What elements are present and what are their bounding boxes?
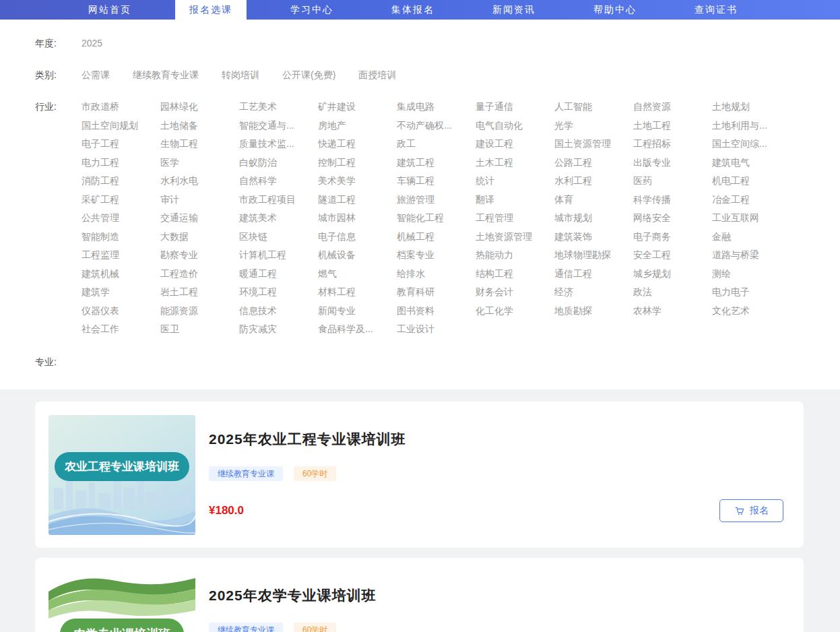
industry-option[interactable]: 地球物理勘探 — [554, 246, 633, 265]
industry-option[interactable]: 医药 — [633, 172, 712, 191]
industry-option[interactable]: 结构工程 — [476, 265, 554, 284]
industry-option[interactable]: 网络安全 — [633, 209, 712, 228]
industry-option[interactable]: 工业互联网 — [712, 209, 791, 228]
industry-option[interactable]: 出版专业 — [633, 154, 712, 172]
industry-option[interactable]: 国土资源管理 — [554, 135, 633, 154]
nav-tab[interactable]: 新闻资讯 — [478, 0, 550, 20]
industry-option[interactable]: 消防工程 — [82, 172, 160, 191]
industry-option[interactable]: 电子工程 — [82, 135, 160, 154]
industry-option[interactable]: 集成电路 — [397, 98, 476, 117]
nav-tab[interactable]: 学习中心 — [276, 0, 348, 20]
industry-option[interactable]: 电子商务 — [633, 228, 712, 247]
industry-option[interactable]: 机械设备 — [318, 246, 397, 265]
industry-option[interactable]: 化工化学 — [476, 302, 554, 321]
industry-option[interactable]: 体育 — [554, 191, 633, 210]
industry-option[interactable]: 新闻专业 — [318, 302, 397, 321]
industry-option[interactable]: 工程造价 — [160, 265, 239, 284]
industry-option[interactable]: 隧道工程 — [318, 191, 397, 210]
industry-option[interactable]: 电力电子 — [712, 283, 791, 302]
industry-option[interactable]: 电力工程 — [82, 154, 160, 172]
industry-option[interactable]: 岩土工程 — [160, 283, 239, 302]
industry-option[interactable]: 光学 — [554, 117, 633, 135]
course-thumbnail[interactable]: 农业工程专业课培训班 — [49, 415, 195, 535]
category-option[interactable]: 公开课(免费) — [282, 66, 335, 84]
industry-option[interactable]: 环境工程 — [239, 283, 318, 302]
industry-option[interactable]: 车辆工程 — [397, 172, 476, 191]
industry-option[interactable]: 白蚁防治 — [239, 154, 318, 172]
industry-option[interactable]: 智能化工程 — [397, 209, 476, 228]
industry-option[interactable]: 统计 — [476, 172, 554, 191]
industry-option[interactable]: 机电工程 — [712, 172, 791, 191]
industry-option[interactable]: 自然科学 — [239, 172, 318, 191]
industry-option[interactable]: 仪器仪表 — [82, 302, 160, 321]
industry-option[interactable]: 工程管理 — [476, 209, 554, 228]
industry-option[interactable]: 工业设计 — [397, 320, 476, 339]
industry-option[interactable]: 地质勘探 — [554, 302, 633, 321]
industry-option[interactable]: 土地储备 — [160, 117, 239, 135]
industry-option[interactable]: 热能动力 — [476, 246, 554, 265]
category-option[interactable]: 继续教育专业课 — [133, 66, 199, 84]
industry-option[interactable]: 审计 — [160, 191, 239, 210]
industry-option[interactable]: 建筑工程 — [397, 154, 476, 172]
industry-option[interactable]: 不动产确权... — [397, 117, 476, 135]
nav-tab[interactable]: 集体报名 — [377, 0, 449, 20]
course-title[interactable]: 2025年农业工程专业课培训班 — [209, 430, 790, 449]
industry-option[interactable]: 快递工程 — [318, 135, 397, 154]
industry-option[interactable]: 市政工程项目 — [239, 191, 318, 210]
industry-option[interactable]: 政法 — [633, 283, 712, 302]
industry-option[interactable]: 旅游管理 — [397, 191, 476, 210]
category-option[interactable]: 面授培训 — [358, 66, 396, 84]
industry-option[interactable]: 生物工程 — [160, 135, 239, 154]
industry-option[interactable]: 建筑美术 — [239, 209, 318, 228]
course-thumbnail[interactable]: 农学专业课培训班 — [49, 571, 195, 632]
industry-option[interactable]: 财务会计 — [476, 283, 554, 302]
industry-option[interactable]: 图书资料 — [397, 302, 476, 321]
industry-option[interactable]: 土地工程 — [633, 117, 712, 135]
nav-tab[interactable]: 网站首页 — [74, 0, 146, 20]
industry-option[interactable]: 城市园林 — [318, 209, 397, 228]
industry-option[interactable]: 科学传播 — [633, 191, 712, 210]
industry-option[interactable]: 社会工作 — [82, 320, 160, 339]
category-option[interactable]: 公需课 — [82, 66, 110, 84]
industry-option[interactable]: 智能交通与... — [239, 117, 318, 135]
industry-option[interactable]: 医卫 — [160, 320, 239, 339]
industry-option[interactable]: 建筑学 — [82, 283, 160, 302]
enroll-button[interactable]: 报名 — [719, 499, 783, 522]
industry-option[interactable]: 区块链 — [239, 228, 318, 247]
industry-option[interactable]: 土地利用与... — [712, 117, 791, 135]
category-option[interactable]: 转岗培训 — [222, 66, 259, 84]
industry-option[interactable]: 燃气 — [318, 265, 397, 284]
industry-option[interactable]: 建设工程 — [476, 135, 554, 154]
industry-option[interactable]: 城乡规划 — [633, 265, 712, 284]
industry-option[interactable]: 防灾减灾 — [239, 320, 318, 339]
industry-option[interactable]: 暖通工程 — [239, 265, 318, 284]
industry-option[interactable]: 食品科学及... — [318, 320, 397, 339]
industry-option[interactable]: 文化艺术 — [712, 302, 791, 321]
industry-option[interactable]: 质量技术监... — [239, 135, 318, 154]
industry-option[interactable]: 大数据 — [160, 228, 239, 247]
industry-option[interactable]: 医学 — [160, 154, 239, 172]
nav-tab[interactable]: 查询证书 — [680, 0, 752, 20]
industry-option[interactable]: 机械工程 — [397, 228, 476, 247]
industry-option[interactable]: 信息技术 — [239, 302, 318, 321]
industry-option[interactable]: 勘察专业 — [160, 246, 239, 265]
industry-option[interactable]: 翻译 — [476, 191, 554, 210]
industry-option[interactable]: 城市规划 — [554, 209, 633, 228]
industry-option[interactable]: 采矿工程 — [82, 191, 160, 210]
industry-option[interactable]: 给排水 — [397, 265, 476, 284]
industry-option[interactable]: 美术美学 — [318, 172, 397, 191]
industry-option[interactable]: 土地规划 — [712, 98, 791, 117]
industry-option[interactable]: 政工 — [397, 135, 476, 154]
industry-option[interactable]: 土木工程 — [476, 154, 554, 172]
industry-option[interactable]: 建筑电气 — [712, 154, 791, 172]
industry-option[interactable]: 水利水电 — [160, 172, 239, 191]
nav-tab[interactable]: 帮助中心 — [579, 0, 651, 20]
industry-option[interactable]: 土地资源管理 — [476, 228, 554, 247]
industry-option[interactable]: 公共管理 — [82, 209, 160, 228]
industry-option[interactable]: 计算机工程 — [239, 246, 318, 265]
industry-option[interactable]: 自然资源 — [633, 98, 712, 117]
industry-option[interactable]: 市政道桥 — [82, 98, 160, 117]
industry-option[interactable]: 水利工程 — [554, 172, 633, 191]
industry-option[interactable]: 智能制造 — [82, 228, 160, 247]
industry-option[interactable]: 人工智能 — [554, 98, 633, 117]
